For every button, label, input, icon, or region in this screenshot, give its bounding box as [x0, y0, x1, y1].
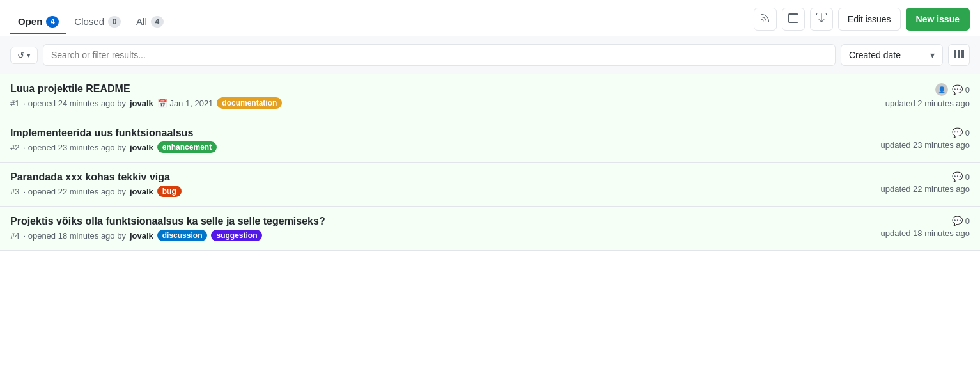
upload-icon — [816, 13, 827, 26]
tab-all[interactable]: All 4 — [128, 11, 171, 34]
tabs-row: Open 4 Closed 0 All 4 — [0, 0, 980, 36]
comment-count: 💬 0 — [952, 171, 970, 182]
issue-username[interactable]: jovalk — [130, 187, 153, 196]
issues-page: Open 4 Closed 0 All 4 — [0, 0, 980, 251]
issue-item: Implementeerida uus funktsionaalsus #2 ·… — [0, 118, 980, 163]
filter-columns-button[interactable] — [948, 44, 970, 66]
reset-chevron: ▾ — [27, 51, 31, 60]
reset-icon: ↺ — [17, 51, 24, 60]
search-input[interactable] — [43, 44, 836, 66]
issue-right-top: 💬 0 — [952, 171, 970, 182]
issue-meta: #3 · opened 22 minutes ago by jovalk bug — [10, 186, 850, 197]
comment-count: 💬 0 — [952, 127, 970, 138]
comment-icon: 💬 — [952, 84, 963, 95]
issue-updated: updated 18 minutes ago — [881, 228, 970, 238]
sort-label: Created date — [849, 50, 901, 60]
issue-right: 💬 0 updated 22 minutes ago — [855, 171, 970, 194]
issue-opened-text: · opened 18 minutes ago by — [23, 231, 125, 241]
issue-updated: updated 22 minutes ago — [881, 184, 970, 194]
edit-issues-label: Edit issues — [848, 14, 891, 24]
tabs-actions: Edit issues New issue — [754, 8, 970, 36]
issue-username[interactable]: jovalk — [130, 231, 153, 241]
issue-right: 💬 0 updated 18 minutes ago — [855, 216, 970, 238]
sort-chevron-icon: ▾ — [930, 50, 935, 60]
rss-button[interactable] — [754, 8, 777, 31]
rss-icon — [760, 13, 770, 26]
issue-updated: updated 23 minutes ago — [881, 140, 970, 150]
issue-item: Luua projektile README #1 · opened 24 mi… — [0, 74, 980, 118]
issue-title[interactable]: Parandada xxx kohas tekkiv viga — [10, 171, 850, 183]
issues-list: Luua projektile README #1 · opened 24 mi… — [0, 74, 980, 251]
issue-username[interactable]: jovalk — [130, 99, 153, 108]
tab-all-badge: 4 — [151, 16, 164, 28]
comment-icon: 💬 — [952, 171, 963, 182]
comment-number: 0 — [965, 216, 970, 226]
issue-number: #1 — [10, 99, 19, 108]
label-badge[interactable]: suggestion — [211, 230, 262, 241]
label-badge[interactable]: documentation — [217, 97, 282, 109]
issue-meta: #4 · opened 18 minutes ago by jovalk dis… — [10, 230, 850, 241]
new-issue-label: New issue — [916, 14, 960, 24]
comment-number: 0 — [965, 85, 970, 95]
issue-number: #4 — [10, 231, 19, 241]
issue-content: Parandada xxx kohas tekkiv viga #3 · ope… — [10, 171, 850, 197]
comment-number: 0 — [965, 172, 970, 182]
issue-title[interactable]: Projektis võiks olla funktsionaalsus ka … — [10, 216, 850, 227]
calendar-button[interactable] — [782, 8, 805, 31]
upload-button[interactable] — [810, 8, 833, 31]
issue-right-top: 💬 0 — [952, 216, 970, 226]
tab-closed-label: Closed — [74, 16, 104, 27]
sort-dropdown[interactable]: Created date ▾ — [841, 44, 943, 66]
issue-meta: #1 · opened 24 minutes ago by jovalk 📅 J… — [10, 97, 850, 109]
label-badge[interactable]: enhancement — [157, 141, 217, 153]
issue-content: Luua projektile README #1 · opened 24 mi… — [10, 83, 850, 109]
issue-opened-text: · opened 22 minutes ago by — [23, 187, 125, 196]
issue-opened-text: · opened 23 minutes ago by — [23, 143, 125, 152]
issue-item: Projektis võiks olla funktsionaalsus ka … — [0, 207, 980, 251]
issue-meta: #2 · opened 23 minutes ago by jovalk enh… — [10, 141, 850, 153]
issue-username[interactable]: jovalk — [130, 143, 153, 152]
comment-icon: 💬 — [952, 216, 963, 226]
filter-reset-button[interactable]: ↺ ▾ — [10, 47, 38, 64]
tab-open[interactable]: Open 4 — [10, 11, 66, 34]
comment-number: 0 — [965, 128, 970, 138]
calendar-icon — [788, 13, 798, 26]
comment-icon: 💬 — [952, 127, 963, 138]
issue-right-top: 💬 0 — [952, 127, 970, 138]
tab-open-label: Open — [18, 16, 42, 27]
comment-count: 💬 0 — [952, 216, 970, 226]
issue-updated: updated 2 minutes ago — [885, 99, 970, 108]
issue-number: #2 — [10, 143, 19, 152]
label-badge[interactable]: discussion — [157, 230, 208, 241]
issue-title[interactable]: Luua projektile README — [10, 83, 850, 95]
issue-number: #3 — [10, 187, 19, 196]
issue-date: 📅 Jan 1, 2021 — [157, 99, 214, 108]
tab-open-badge: 4 — [46, 16, 59, 28]
issue-content: Implementeerida uus funktsionaalsus #2 ·… — [10, 127, 850, 153]
assignee-avatar: 👤 — [935, 83, 948, 96]
issue-item: Parandada xxx kohas tekkiv viga #3 · ope… — [0, 163, 980, 207]
edit-issues-button[interactable]: Edit issues — [838, 8, 901, 31]
issue-right: 💬 0 updated 23 minutes ago — [855, 127, 970, 150]
tab-all-label: All — [136, 16, 147, 27]
issue-right-top: 👤 💬 0 — [935, 83, 970, 96]
label-badge[interactable]: bug — [157, 186, 182, 197]
new-issue-button[interactable]: New issue — [906, 8, 970, 31]
filter-row: ↺ ▾ Created date ▾ — [0, 36, 980, 74]
columns-icon — [954, 49, 964, 61]
tab-closed-badge: 0 — [108, 16, 121, 28]
issue-opened-text: · opened 24 minutes ago by — [23, 99, 125, 108]
comment-count: 💬 0 — [952, 84, 970, 95]
issue-title[interactable]: Implementeerida uus funktsionaalsus — [10, 127, 850, 139]
issue-content: Projektis võiks olla funktsionaalsus ka … — [10, 216, 850, 241]
tab-closed[interactable]: Closed 0 — [66, 11, 128, 34]
issue-right: 👤 💬 0 updated 2 minutes ago — [855, 83, 970, 108]
